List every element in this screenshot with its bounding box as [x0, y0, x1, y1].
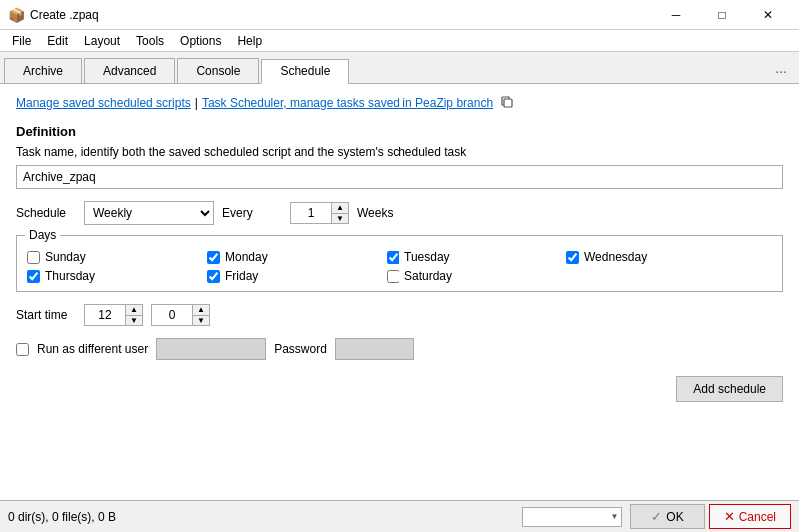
schedule-row: Schedule Once Daily Weekly Monthly Every…	[16, 201, 783, 225]
svg-rect-0	[504, 99, 512, 107]
ok-button[interactable]: ✓ OK	[630, 504, 704, 529]
close-button[interactable]: ✕	[745, 0, 791, 30]
schedule-dropdown[interactable]: Once Daily Weekly Monthly	[84, 201, 214, 225]
status-bar: 0 dir(s), 0 file(s), 0 B ✓ OK ✕ Cancel	[0, 500, 799, 532]
days-group: Days Sunday Monday Tuesday Wednesday Thu…	[16, 235, 783, 292]
menu-edit[interactable]: Edit	[39, 32, 76, 50]
start-time-row: Start time ▲ ▼ ▲ ▼	[16, 304, 783, 326]
manage-scripts-link[interactable]: Manage saved scheduled scripts	[16, 96, 191, 110]
hour-down-btn[interactable]: ▼	[126, 315, 142, 325]
task-name-input[interactable]	[16, 165, 783, 189]
copy-icon[interactable]	[501, 96, 515, 110]
minimize-button[interactable]: ─	[653, 0, 699, 30]
status-text: 0 dir(s), 0 file(s), 0 B	[8, 510, 522, 524]
menu-file[interactable]: File	[4, 32, 39, 50]
minute-down-btn[interactable]: ▼	[193, 315, 209, 325]
tab-advanced[interactable]: Advanced	[84, 58, 175, 83]
minute-input[interactable]	[152, 305, 192, 325]
every-down-btn[interactable]: ▼	[332, 213, 348, 223]
tab-console[interactable]: Console	[177, 58, 259, 83]
menu-options[interactable]: Options	[172, 32, 229, 50]
start-time-label: Start time	[16, 308, 76, 322]
every-input[interactable]	[291, 203, 331, 223]
minute-spinner[interactable]: ▲ ▼	[151, 304, 210, 326]
tab-bar: Archive Advanced Console Schedule ···	[0, 52, 799, 84]
thursday-checkbox[interactable]	[27, 270, 40, 283]
friday-label: Friday	[225, 269, 258, 283]
weeks-label: Weeks	[357, 206, 393, 220]
tab-more-button[interactable]: ···	[767, 59, 795, 83]
minute-up-btn[interactable]: ▲	[193, 305, 209, 315]
every-label: Every	[222, 206, 282, 220]
schedule-label: Schedule	[16, 206, 76, 220]
password-input[interactable]	[335, 338, 414, 360]
status-dropdown[interactable]	[522, 507, 622, 527]
day-monday: Monday	[207, 250, 387, 264]
x-icon: ✕	[724, 509, 735, 524]
title-bar-controls: ─ □ ✕	[653, 0, 791, 30]
run-as-user-input[interactable]	[156, 338, 266, 360]
menu-layout[interactable]: Layout	[76, 32, 128, 50]
title-bar: 📦 Create .zpaq ─ □ ✕	[0, 0, 799, 30]
day-sunday: Sunday	[27, 250, 207, 264]
run-as-row: Run as different user Password	[16, 338, 783, 360]
wednesday-checkbox[interactable]	[566, 251, 579, 264]
hour-input[interactable]	[85, 305, 125, 325]
cancel-label: Cancel	[739, 510, 776, 524]
hour-spinner[interactable]: ▲ ▼	[84, 304, 143, 326]
every-up-btn[interactable]: ▲	[332, 203, 348, 213]
thursday-label: Thursday	[45, 269, 95, 283]
friday-checkbox[interactable]	[207, 270, 220, 283]
sunday-label: Sunday	[45, 250, 86, 264]
definition-title: Definition	[16, 124, 783, 139]
tuesday-label: Tuesday	[404, 250, 450, 264]
every-spinner[interactable]: ▲ ▼	[290, 202, 349, 224]
maximize-button[interactable]: □	[699, 0, 745, 30]
add-schedule-area: Add schedule	[16, 376, 783, 402]
link-bar: Manage saved scheduled scripts | Task Sc…	[16, 96, 783, 110]
link-separator: |	[195, 96, 198, 110]
saturday-checkbox[interactable]	[387, 270, 400, 283]
main-content: Manage saved scheduled scripts | Task Sc…	[0, 84, 799, 500]
saturday-label: Saturday	[404, 269, 452, 283]
hour-spinner-btns: ▲ ▼	[125, 305, 142, 325]
menu-help[interactable]: Help	[229, 32, 270, 50]
day-tuesday: Tuesday	[387, 250, 566, 264]
check-icon: ✓	[651, 509, 662, 524]
tab-schedule[interactable]: Schedule	[261, 59, 349, 84]
run-as-label: Run as different user	[37, 342, 148, 356]
hour-up-btn[interactable]: ▲	[126, 305, 142, 315]
run-as-checkbox[interactable]	[16, 343, 29, 356]
monday-checkbox[interactable]	[207, 251, 220, 264]
tab-archive[interactable]: Archive	[4, 58, 82, 83]
ok-label: OK	[666, 510, 683, 524]
every-spinner-btns: ▲ ▼	[331, 203, 348, 223]
days-grid: Sunday Monday Tuesday Wednesday Thursday…	[27, 250, 772, 283]
day-wednesday: Wednesday	[566, 250, 746, 264]
password-label: Password	[274, 342, 327, 356]
definition-description: Task name, identify both the saved sched…	[16, 145, 783, 159]
cancel-button[interactable]: ✕ Cancel	[709, 504, 791, 529]
day-saturday: Saturday	[387, 269, 566, 283]
day-friday: Friday	[207, 269, 387, 283]
sunday-checkbox[interactable]	[27, 251, 40, 264]
status-select-wrap	[522, 507, 622, 527]
day-thursday: Thursday	[27, 269, 207, 283]
add-schedule-button[interactable]: Add schedule	[676, 376, 783, 402]
menu-tools[interactable]: Tools	[128, 32, 172, 50]
menu-bar: File Edit Layout Tools Options Help	[0, 30, 799, 52]
tuesday-checkbox[interactable]	[387, 251, 400, 264]
wednesday-label: Wednesday	[584, 250, 647, 264]
minute-spinner-btns: ▲ ▼	[192, 305, 209, 325]
title-bar-text: Create .zpaq	[30, 8, 653, 22]
app-icon: 📦	[8, 7, 24, 23]
monday-label: Monday	[225, 250, 268, 264]
task-scheduler-link[interactable]: Task Scheduler, manage tasks saved in Pe…	[202, 96, 493, 110]
days-legend: Days	[25, 228, 60, 242]
